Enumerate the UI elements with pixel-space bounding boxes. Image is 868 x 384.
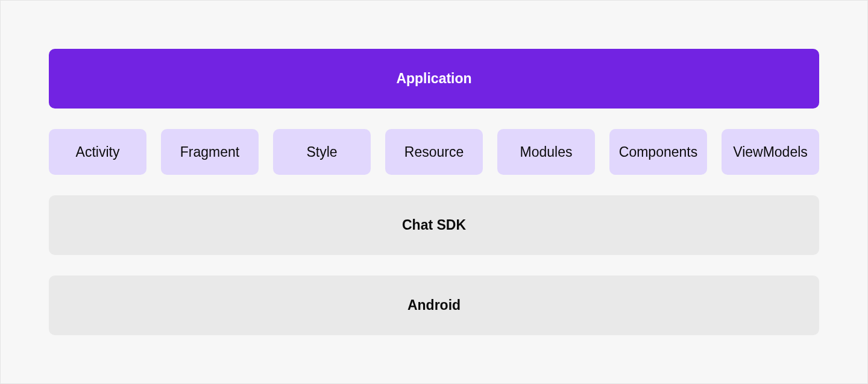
pill-activity: Activity (49, 129, 146, 175)
pill-resource: Resource (385, 129, 483, 175)
architecture-diagram: Application Activity Fragment Style Reso… (0, 0, 868, 384)
layer-application: Application (49, 49, 819, 109)
pill-style: Style (273, 129, 371, 175)
pill-components: Components (609, 129, 707, 175)
pill-viewmodels: ViewModels (722, 129, 819, 175)
pill-fragment: Fragment (161, 129, 259, 175)
layer-components-row: Activity Fragment Style Resource Modules… (49, 129, 819, 175)
layer-android: Android (49, 275, 819, 335)
layer-chat-sdk: Chat SDK (49, 195, 819, 255)
pill-modules: Modules (497, 129, 595, 175)
